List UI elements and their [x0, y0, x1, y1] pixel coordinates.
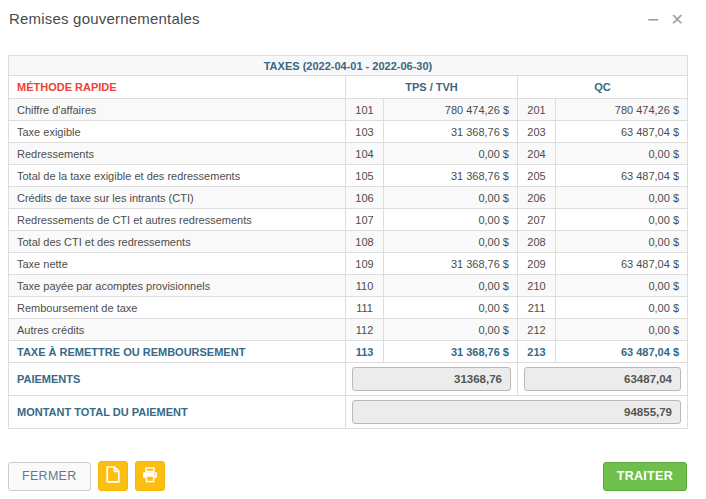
tps-tvh-column-header: TPS / TVH — [346, 76, 518, 99]
row-value: 0,00 $ — [384, 275, 518, 297]
row-value: 0,00 $ — [556, 275, 688, 297]
row-label: PAIEMENTS — [9, 363, 346, 396]
row-code: 206 — [518, 187, 556, 209]
printer-icon — [142, 467, 158, 486]
row-value: 31 368,76 $ — [384, 165, 518, 187]
column-header-row: MÉTHODE RAPIDE TPS / TVH QC — [9, 76, 688, 99]
row-value: 0,00 $ — [384, 231, 518, 253]
close-icon[interactable]: ✕ — [671, 12, 684, 28]
period-header: TAXES (2022-04-01 - 2022-06-30) — [9, 56, 688, 76]
table-row: Redressements 104 0,00 $ 204 0,00 $ — [9, 143, 688, 165]
dialog-footer: FERMER TRAITER — [0, 461, 706, 491]
table-row: Remboursement de taxe 111 0,00 $ 211 0,0… — [9, 297, 688, 319]
row-value: 63 487,04 $ — [556, 165, 688, 187]
row-code: 203 — [518, 121, 556, 143]
qc-column-header: QC — [518, 76, 688, 99]
row-code: 107 — [346, 209, 384, 231]
tax-table-body: Chiffre d'affaires 101 780 474,26 $ 201 … — [9, 99, 688, 341]
row-code: 110 — [346, 275, 384, 297]
row-code: 112 — [346, 319, 384, 341]
table-row: Crédits de taxe sur les intrants (CTI) 1… — [9, 187, 688, 209]
minimize-icon[interactable]: − — [646, 12, 659, 28]
row-code: 108 — [346, 231, 384, 253]
row-label: Redressements de CTI et autres redressem… — [9, 209, 346, 231]
period-header-row: TAXES (2022-04-01 - 2022-06-30) — [9, 56, 688, 76]
row-value: 780 474,26 $ — [384, 99, 518, 121]
row-value: 0,00 $ — [384, 143, 518, 165]
table-row: Autres crédits 112 0,00 $ 212 0,00 $ — [9, 319, 688, 341]
row-code: 211 — [518, 297, 556, 319]
row-value: 31 368,76 $ — [384, 121, 518, 143]
row-code: 205 — [518, 165, 556, 187]
row-code: 212 — [518, 319, 556, 341]
row-code: 207 — [518, 209, 556, 231]
row-value: 63 487,04 $ — [556, 253, 688, 275]
row-label: Taxe payée par acomptes provisionnels — [9, 275, 346, 297]
row-label: Autres crédits — [9, 319, 346, 341]
row-code: 103 — [346, 121, 384, 143]
row-value: 0,00 $ — [556, 187, 688, 209]
row-value: 780 474,26 $ — [556, 99, 688, 121]
row-code: 101 — [346, 99, 384, 121]
table-row: Taxe nette 109 31 368,76 $ 209 63 487,04… — [9, 253, 688, 275]
row-value: 0,00 $ — [384, 209, 518, 231]
print-button[interactable] — [135, 461, 165, 491]
close-button[interactable]: FERMER — [8, 462, 91, 491]
row-label: Total des CTI et des redressements — [9, 231, 346, 253]
row-code: 113 — [346, 341, 384, 363]
dialog-title: Remises gouvernementales — [9, 10, 200, 27]
row-value: 0,00 $ — [556, 143, 688, 165]
row-code: 201 — [518, 99, 556, 121]
row-value: 0,00 $ — [384, 297, 518, 319]
row-code: 111 — [346, 297, 384, 319]
payments-qc-input[interactable] — [524, 367, 681, 391]
tax-total-row: TAXE À REMETTRE OU REMBOURSEMENT 113 31 … — [9, 341, 688, 363]
new-document-button[interactable] — [98, 461, 128, 491]
row-value: 0,00 $ — [556, 319, 688, 341]
row-code: 213 — [518, 341, 556, 363]
row-value: 0,00 $ — [556, 297, 688, 319]
row-code: 204 — [518, 143, 556, 165]
row-label: Remboursement de taxe — [9, 297, 346, 319]
table-row: Total de la taxe exigible et des redress… — [9, 165, 688, 187]
row-label: Total de la taxe exigible et des redress… — [9, 165, 346, 187]
total-payment-row: MONTANT TOTAL DU PAIEMENT — [9, 396, 688, 429]
row-label: Taxe exigible — [9, 121, 346, 143]
row-code: 105 — [346, 165, 384, 187]
row-label: TAXE À REMETTRE OU REMBOURSEMENT — [9, 341, 346, 363]
table-row: Chiffre d'affaires 101 780 474,26 $ 201 … — [9, 99, 688, 121]
row-code: 210 — [518, 275, 556, 297]
payments-tps-input[interactable] — [352, 367, 511, 391]
table-row: Total des CTI et des redressements 108 0… — [9, 231, 688, 253]
row-value: 63 487,04 $ — [556, 121, 688, 143]
row-value: 0,00 $ — [556, 231, 688, 253]
row-value: 0,00 $ — [384, 319, 518, 341]
row-code: 109 — [346, 253, 384, 275]
table-row: Redressements de CTI et autres redressem… — [9, 209, 688, 231]
process-button[interactable]: TRAITER — [603, 462, 687, 491]
dialog-header: Remises gouvernementales − ✕ — [0, 0, 706, 28]
row-label: MONTANT TOTAL DU PAIEMENT — [9, 396, 346, 429]
row-value: 31 368,76 $ — [384, 253, 518, 275]
row-code: 209 — [518, 253, 556, 275]
table-row: Taxe payée par acomptes provisionnels 11… — [9, 275, 688, 297]
row-value: 31 368,76 $ — [384, 341, 518, 363]
document-icon — [106, 466, 120, 486]
window-controls: − ✕ — [646, 12, 684, 28]
row-code: 208 — [518, 231, 556, 253]
total-payment-input[interactable] — [352, 400, 681, 424]
tax-table: TAXES (2022-04-01 - 2022-06-30) MÉTHODE … — [8, 55, 688, 429]
row-value: 0,00 $ — [384, 187, 518, 209]
row-label: Taxe nette — [9, 253, 346, 275]
table-row: Taxe exigible 103 31 368,76 $ 203 63 487… — [9, 121, 688, 143]
row-value: 0,00 $ — [556, 209, 688, 231]
row-label: Redressements — [9, 143, 346, 165]
row-code: 104 — [346, 143, 384, 165]
method-header: MÉTHODE RAPIDE — [9, 76, 346, 99]
row-code: 106 — [346, 187, 384, 209]
row-label: Crédits de taxe sur les intrants (CTI) — [9, 187, 346, 209]
payments-row: PAIEMENTS — [9, 363, 688, 396]
row-label: Chiffre d'affaires — [9, 99, 346, 121]
row-value: 63 487,04 $ — [556, 341, 688, 363]
